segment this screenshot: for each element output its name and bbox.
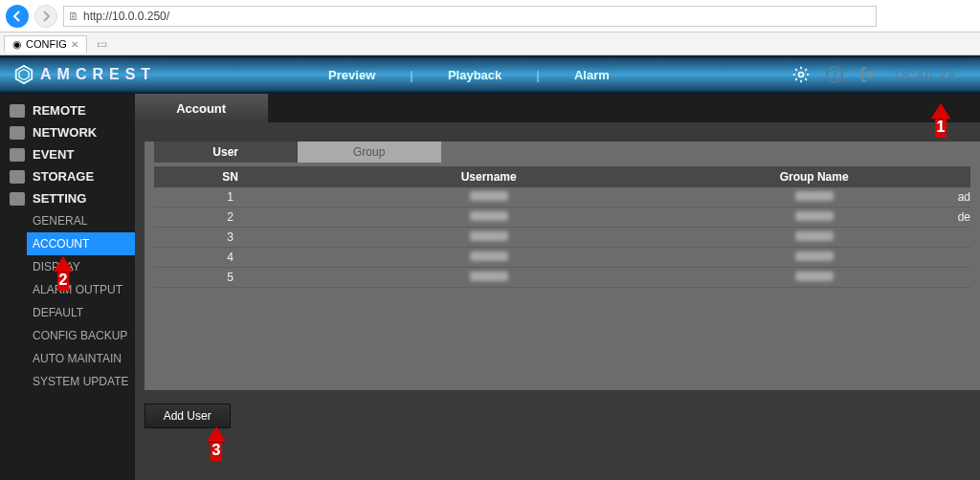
arrow-left-icon bbox=[11, 11, 23, 22]
svg-point-2 bbox=[799, 73, 804, 77]
hexagon-icon bbox=[13, 64, 34, 85]
sub-general[interactable]: GENERAL bbox=[27, 209, 135, 232]
redacted-text bbox=[795, 211, 834, 221]
user-table: SN Username Group Name 1ad 2de 3 4 5 bbox=[154, 166, 970, 288]
content-area: Account User Group SN Username Group Nam… bbox=[135, 94, 980, 480]
redacted-text bbox=[470, 191, 508, 201]
tab-close-icon[interactable]: ✕ bbox=[71, 39, 78, 50]
redacted-text bbox=[795, 272, 834, 281]
favicon-icon: ◉ bbox=[12, 38, 22, 51]
table-row[interactable]: 5 bbox=[154, 268, 970, 288]
table-row[interactable]: 3 bbox=[154, 228, 970, 248]
account-subtab-row: User Group bbox=[154, 142, 970, 163]
browser-tab[interactable]: ◉ CONFIG ✕ bbox=[4, 35, 87, 53]
col-username: Username bbox=[307, 170, 671, 184]
sub-system-update[interactable]: SYSTEM UPDATE bbox=[27, 370, 135, 393]
logout-icon[interactable] bbox=[858, 65, 878, 84]
sub-alarm-output[interactable]: ALARM OUTPUT bbox=[27, 278, 135, 301]
sidebar-item-storage[interactable]: STORAGE bbox=[0, 165, 135, 187]
redacted-text bbox=[795, 251, 834, 261]
nav-alarm[interactable]: Alarm bbox=[574, 68, 610, 82]
redacted-text bbox=[470, 231, 508, 241]
col-group: Group Name bbox=[671, 170, 958, 184]
tab-title: CONFIG bbox=[26, 38, 67, 50]
sidebar-item-event[interactable]: EVENT bbox=[0, 143, 135, 165]
sidebar-item-setting[interactable]: SETTING bbox=[0, 187, 135, 209]
top-nav: Preview | Playback | Alarm bbox=[328, 68, 610, 82]
arrow-right-icon bbox=[40, 11, 52, 22]
setting-icon bbox=[10, 192, 25, 206]
sidebar: REMOTE NETWORK EVENT STORAGE SETTING GEN… bbox=[0, 94, 135, 480]
redacted-text bbox=[795, 191, 834, 201]
table-row[interactable]: 1ad bbox=[154, 187, 970, 207]
subtab-user[interactable]: User bbox=[154, 142, 298, 163]
table-row[interactable]: 4 bbox=[154, 248, 970, 268]
table-row[interactable]: 2de bbox=[154, 207, 970, 228]
sub-config-backup[interactable]: CONFIG BACKUP bbox=[27, 324, 135, 347]
event-icon bbox=[10, 148, 25, 162]
browser-forward-button[interactable] bbox=[34, 5, 57, 28]
redacted-text bbox=[470, 272, 508, 281]
redacted-text bbox=[795, 231, 834, 241]
sub-default[interactable]: DEFAULT bbox=[27, 301, 135, 324]
document-icon: 🗎 bbox=[68, 10, 79, 23]
remote-icon bbox=[10, 104, 25, 118]
subtab-group[interactable]: Group bbox=[298, 142, 441, 163]
svg-marker-0 bbox=[16, 66, 33, 83]
col-sn: SN bbox=[154, 170, 307, 184]
tab-account[interactable]: Account bbox=[135, 94, 269, 122]
table-header: SN Username Group Name bbox=[154, 166, 970, 187]
nav-playback[interactable]: Playback bbox=[448, 68, 501, 82]
brand-logo: AMCREST bbox=[0, 64, 156, 85]
header-tools: i 18:40:28 bbox=[791, 65, 980, 84]
setting-subnav: GENERAL ACCOUNT DISPLAY ALARM OUTPUT DEF… bbox=[0, 209, 135, 393]
browser-nav-bar: 🗎 http://10.0.0.250/ bbox=[0, 0, 980, 33]
storage-icon bbox=[10, 170, 25, 184]
svg-marker-1 bbox=[19, 70, 29, 80]
add-user-button[interactable]: Add User bbox=[145, 404, 231, 428]
account-panel: User Group SN Username Group Name 1ad 2d… bbox=[145, 142, 980, 390]
content-tab-strip: Account bbox=[135, 94, 980, 122]
clock-display: 18:40:28 bbox=[893, 68, 957, 82]
info-icon[interactable]: i bbox=[826, 66, 843, 83]
sidebar-item-remote[interactable]: REMOTE bbox=[0, 99, 135, 121]
sidebar-item-network[interactable]: NETWORK bbox=[0, 121, 135, 143]
sub-display[interactable]: DISPLAY bbox=[27, 255, 135, 278]
nav-preview[interactable]: Preview bbox=[328, 68, 375, 82]
browser-back-button[interactable] bbox=[6, 5, 29, 28]
browser-new-tab[interactable]: ▭ bbox=[93, 37, 112, 51]
sub-auto-maintain[interactable]: AUTO MAINTAIN bbox=[27, 347, 135, 370]
brand-text: AMCREST bbox=[40, 66, 156, 83]
redacted-text bbox=[470, 251, 508, 261]
sub-account[interactable]: ACCOUNT bbox=[27, 232, 135, 255]
gear-icon[interactable] bbox=[791, 65, 811, 84]
network-icon bbox=[10, 126, 25, 140]
browser-tab-strip: ◉ CONFIG ✕ ▭ bbox=[0, 33, 980, 55]
url-text: http://10.0.0.250/ bbox=[83, 10, 169, 23]
app-header: AMCREST Preview | Playback | Alarm i 18:… bbox=[0, 55, 980, 94]
browser-url-bar[interactable]: 🗎 http://10.0.0.250/ bbox=[63, 6, 877, 27]
redacted-text bbox=[470, 211, 508, 221]
